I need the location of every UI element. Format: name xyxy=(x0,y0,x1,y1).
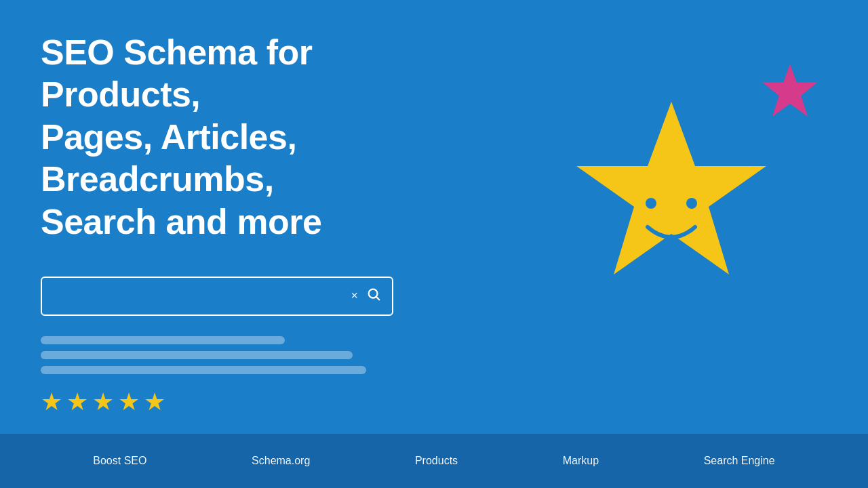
clear-button[interactable]: × xyxy=(351,289,358,303)
content-area: SEO Schema for Products, Pages, Articles… xyxy=(0,0,868,434)
footer-link-search-engine[interactable]: Search Engine xyxy=(704,455,775,467)
right-section xyxy=(515,54,841,380)
footer-link-schema-org[interactable]: Schema.org xyxy=(252,455,310,467)
search-controls: × xyxy=(351,287,381,305)
star-5: ★ xyxy=(144,388,165,416)
text-lines xyxy=(41,336,475,374)
headline: SEO Schema for Products, Pages, Articles… xyxy=(41,31,475,243)
svg-marker-3 xyxy=(576,102,766,274)
star-3: ★ xyxy=(92,388,114,416)
search-icon[interactable] xyxy=(366,287,381,305)
footer: Boost SEO Schema.org Products Markup Sea… xyxy=(0,434,868,488)
star-mascot xyxy=(570,95,787,339)
svg-line-1 xyxy=(376,298,379,300)
search-input[interactable] xyxy=(53,289,351,303)
footer-link-markup[interactable]: Markup xyxy=(563,455,599,467)
footer-link-products[interactable]: Products xyxy=(415,455,458,467)
footer-link-boost-seo[interactable]: Boost SEO xyxy=(93,455,146,467)
svg-point-5 xyxy=(686,198,697,209)
star-2: ★ xyxy=(66,388,88,416)
main-container: SEO Schema for Products, Pages, Articles… xyxy=(0,0,868,488)
svg-point-4 xyxy=(646,198,656,209)
text-line-3 xyxy=(41,366,366,374)
star-1: ★ xyxy=(41,388,62,416)
search-bar: × xyxy=(41,277,393,316)
stars-container: ★ ★ ★ ★ ★ xyxy=(41,388,475,416)
text-line-1 xyxy=(41,336,285,344)
text-line-2 xyxy=(41,351,353,359)
left-section: SEO Schema for Products, Pages, Articles… xyxy=(41,18,475,416)
search-bar-container: × xyxy=(41,277,475,316)
star-4: ★ xyxy=(118,388,140,416)
